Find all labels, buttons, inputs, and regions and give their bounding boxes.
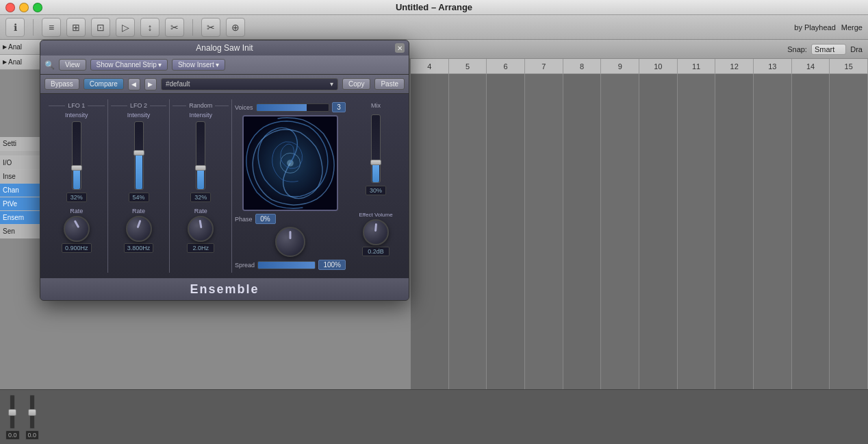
phase-knob[interactable] [275,227,305,257]
mix-section: Mix 30% Effect Volume 0.2dB [348,99,403,273]
merge-label: Merge [841,23,863,32]
fader-track-2[interactable] [29,395,35,429]
arrange-col-1 [411,74,449,444]
track-num-9: 9 [601,59,639,73]
random-section: Random Intensity 32% Rate 2.0Hz [170,99,232,273]
lfo2-intensity-slider[interactable] [134,121,144,190]
track-num-5: 5 [449,59,487,73]
window-controls[interactable] [5,3,42,12]
lfo1-rate-label: Rate [70,208,83,214]
maximize-button[interactable] [33,3,42,12]
view-button[interactable]: View [59,59,86,71]
inspector-row-2[interactable]: ▶ Anal [0,55,41,70]
random-rate-knob[interactable] [188,216,214,242]
left-item-io[interactable]: I/O [0,156,44,170]
lfo2-intensity-container: Intensity 54% [111,112,167,202]
voices-label: Voices [235,104,253,111]
arrange-col-11 [792,74,830,444]
lfo2-intensity-label: Intensity [127,112,151,119]
tool-icon-2[interactable]: ⊞ [66,18,86,37]
random-thumb[interactable] [195,165,206,171]
fader-track-1[interactable] [10,395,15,429]
spacer [49,202,105,208]
arrange-col-5 [563,74,602,444]
tool-icon-3[interactable]: ⊡ [91,18,110,37]
fader-1: 0.0 [5,395,20,440]
spread-fill [258,262,315,269]
spread-row: Spread 100% [235,260,346,270]
plugin-window: Analog Saw Init ✕ 🔍 View Show Channel St… [40,40,409,301]
voices-value: 3 [332,102,346,112]
preset-selector[interactable]: #default ▾ [161,78,338,90]
channel-strip-button[interactable]: Show Channel Strip ▾ [90,59,168,71]
spread-value: 100% [318,260,346,270]
plugin-title: Analog Saw Init [196,43,253,53]
mix-thumb[interactable] [370,160,381,165]
left-item-settings[interactable]: Setti [0,137,44,151]
snap-select[interactable]: Smart [811,44,846,55]
voices-row: Voices 3 [235,102,346,112]
copy-button[interactable]: Copy [342,78,370,90]
lfo1-intensity-value: 32% [66,193,87,202]
left-item-ensem[interactable]: Ensem [0,211,44,225]
lfo2-rate-knob[interactable] [126,216,152,242]
phase-knob-container [275,227,305,257]
spacer2 [111,202,167,208]
lfo1-rate-knob[interactable] [64,216,90,242]
fader-thumb-2[interactable] [28,409,36,416]
fader-thumb-1[interactable] [8,409,16,416]
title-bar: Untitled – Arrange [0,0,868,15]
mix-slider[interactable] [371,114,381,183]
close-button[interactable] [5,3,15,12]
arrange-col-12 [830,74,868,444]
minimize-button[interactable] [19,3,29,12]
tool-icon-5[interactable]: ↕ [140,18,159,37]
separator [0,151,44,156]
lfo1-rate-value: 0.900Hz [62,243,92,253]
top-toolbar: ℹ ≡ ⊞ ⊡ ▷ ↕ ✂ ✂ ⊕ by Playhead Merge [0,15,868,40]
lfo1-intensity-slider[interactable] [72,121,81,190]
left-panel: Setti I/O Inse Chan PtVe Ensem Sen [0,137,44,238]
tool-icon-8[interactable]: ⊕ [226,18,245,37]
plugin-toolbar-2: Bypass Compare ◀ ▶ #default ▾ Copy Paste [40,75,409,94]
separator-1 [33,19,34,36]
paste-button[interactable]: Paste [374,78,405,90]
random-rate-value: 2.0Hz [187,243,214,253]
voices-slider[interactable] [256,103,329,112]
tool-icon-6[interactable]: ✂ [165,18,184,37]
compare-button[interactable]: Compare [84,78,124,90]
show-insert-button[interactable]: Show Insert ▾ [172,59,225,71]
tool-icon-4[interactable]: ▷ [116,18,135,37]
fader-2: 0.0 [25,395,40,440]
left-item-chan[interactable]: Chan [0,184,44,197]
lfo1-thumb[interactable] [71,165,82,171]
bypass-button[interactable]: Bypass [44,78,79,90]
mix-value: 30% [366,186,386,195]
lfo1-intensity-container: Intensity 32% [49,112,105,202]
tool-icon-1[interactable]: ≡ [42,18,61,37]
lfo2-thumb[interactable] [133,150,144,156]
fader-value-2: 0.0 [25,430,40,440]
spread-slider[interactable] [257,261,316,269]
info-icon[interactable]: ℹ [5,18,25,37]
track-numbers: 4 5 6 7 8 9 10 11 12 13 14 15 [411,59,868,74]
tool-icon-7[interactable]: ✂ [201,18,220,37]
main-sections: LFO 1 Intensity 32% Rate 0.900Hz [46,99,403,273]
arrange-area[interactable] [411,74,868,444]
plugin-footer: Ensemble [40,278,409,300]
next-preset-button[interactable]: ▶ [144,78,157,90]
track-num-12: 12 [715,59,754,73]
inspector-row-1[interactable]: ▶ Anal [0,40,41,55]
left-item-insert[interactable]: Inse [0,170,44,184]
visualization-canvas [242,115,338,211]
plugin-close-button[interactable]: ✕ [395,43,405,53]
left-item-sen[interactable]: Sen [0,225,44,238]
random-intensity-value: 32% [190,193,211,202]
random-intensity-slider[interactable] [196,121,205,190]
left-item-ptve[interactable]: PtVe [0,197,44,211]
spiral-svg [244,116,337,210]
effect-volume-knob[interactable] [363,219,389,245]
lfo1-label: LFO 1 [49,102,105,109]
prev-preset-button[interactable]: ◀ [128,78,140,90]
lfo1-intensity-label: Intensity [65,112,88,119]
